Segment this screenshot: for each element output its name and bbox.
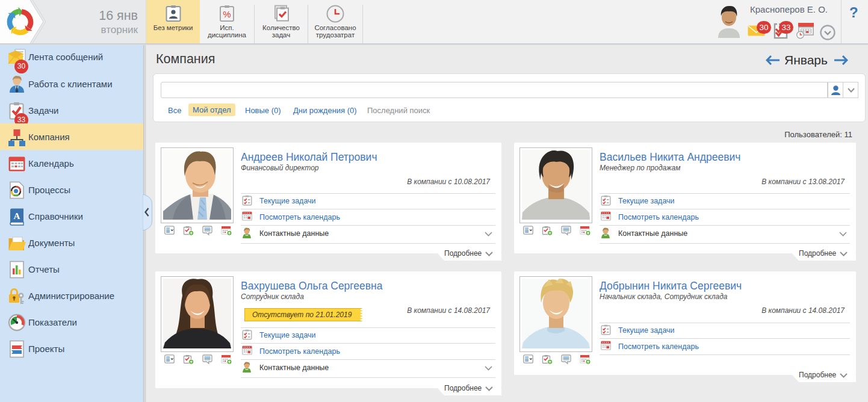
svg-text:A: A (14, 211, 20, 221)
svg-text:%: % (223, 9, 231, 19)
